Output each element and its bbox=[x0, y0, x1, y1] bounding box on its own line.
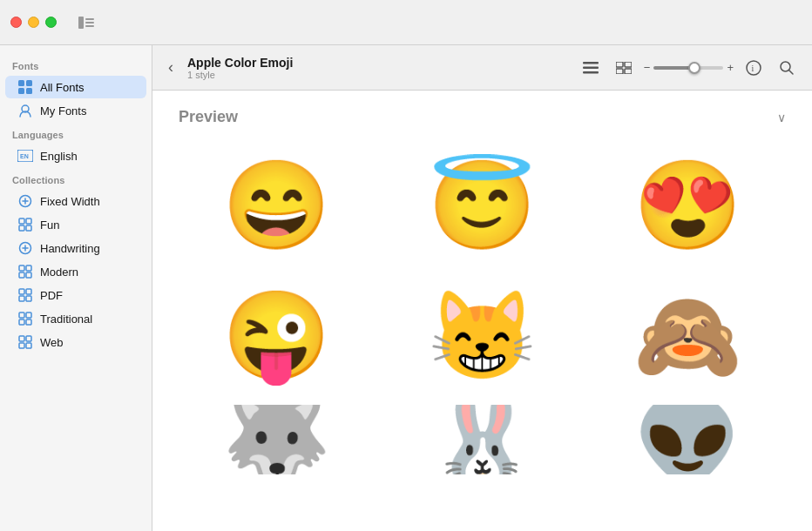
emoji-heart-eyes: 😍 bbox=[633, 161, 742, 248]
modern-label: Modern bbox=[40, 266, 78, 279]
toolbar-controls: − + i bbox=[578, 56, 800, 80]
emoji-cat: 😸 bbox=[428, 292, 537, 379]
emoji-see-no-evil: 🙈 bbox=[633, 292, 742, 379]
emoji-cell: 🐰 bbox=[384, 405, 581, 474]
sidebar-item-web[interactable]: Web bbox=[5, 331, 146, 353]
modern-icon bbox=[17, 264, 33, 279]
emoji-cell: 😜 bbox=[179, 274, 376, 396]
svg-rect-29 bbox=[19, 336, 24, 341]
sidebar: Fonts All Fonts My Fonts Langua bbox=[0, 45, 152, 531]
traditional-icon bbox=[17, 311, 33, 326]
emoji-cell: 😄 bbox=[179, 144, 376, 266]
my-fonts-label: My Fonts bbox=[40, 104, 86, 118]
sidebar-item-handwriting[interactable]: Handwriting bbox=[5, 237, 146, 259]
collections-section-label: Collections bbox=[0, 168, 152, 189]
svg-rect-13 bbox=[26, 218, 31, 224]
list-view-button[interactable] bbox=[578, 56, 604, 80]
svg-rect-25 bbox=[19, 313, 24, 318]
search-icon bbox=[779, 60, 795, 76]
sidebar-toggle-icon bbox=[78, 17, 94, 29]
svg-rect-39 bbox=[625, 69, 632, 74]
fun-icon bbox=[17, 217, 33, 232]
grid-view-button[interactable] bbox=[611, 56, 637, 80]
emoji-grinning: 😄 bbox=[222, 161, 331, 248]
size-slider[interactable] bbox=[653, 66, 723, 70]
emoji-cell: 😸 bbox=[384, 274, 581, 396]
chevron-down-icon: ∨ bbox=[777, 111, 786, 124]
svg-rect-14 bbox=[19, 225, 24, 231]
svg-text:EN: EN bbox=[20, 153, 29, 159]
pdf-label: PDF bbox=[40, 289, 63, 302]
emoji-wolf: 🐺 bbox=[222, 405, 331, 474]
english-label: English bbox=[40, 150, 78, 163]
size-slider-container: − + bbox=[644, 61, 734, 74]
svg-rect-7 bbox=[26, 88, 32, 94]
sidebar-item-traditional[interactable]: Traditional bbox=[5, 307, 146, 330]
main-container: Fonts All Fonts My Fonts Langua bbox=[0, 45, 812, 531]
sidebar-item-fixed-width[interactable]: Fixed Width bbox=[5, 190, 146, 212]
my-fonts-icon bbox=[17, 103, 33, 118]
svg-rect-6 bbox=[18, 88, 24, 94]
emoji-alien: 👽 bbox=[633, 405, 742, 474]
maximize-button[interactable] bbox=[45, 17, 57, 28]
emoji-cell: 😍 bbox=[589, 144, 786, 266]
svg-rect-19 bbox=[19, 272, 24, 278]
traffic-lights bbox=[10, 17, 57, 28]
svg-rect-15 bbox=[26, 225, 31, 231]
fixed-width-icon bbox=[17, 193, 33, 209]
grid-view-icon bbox=[616, 62, 632, 74]
pdf-icon bbox=[17, 287, 33, 303]
svg-rect-31 bbox=[19, 343, 24, 348]
emoji-grid: 😄 😇 😍 😜 😸 🙈 🐺 bbox=[179, 144, 786, 483]
svg-rect-0 bbox=[78, 17, 84, 29]
minimize-button[interactable] bbox=[28, 17, 39, 28]
handwriting-label: Handwriting bbox=[40, 242, 100, 255]
sidebar-item-my-fonts[interactable]: My Fonts bbox=[5, 99, 146, 122]
web-label: Web bbox=[40, 336, 64, 349]
svg-rect-30 bbox=[26, 336, 31, 341]
emoji-winking: 😜 bbox=[222, 292, 331, 379]
svg-rect-4 bbox=[18, 80, 24, 86]
emoji-angel: 😇 bbox=[428, 161, 537, 248]
svg-rect-3 bbox=[85, 25, 94, 27]
fixed-width-label: Fixed Width bbox=[40, 195, 100, 208]
languages-section-label: Languages bbox=[0, 123, 152, 144]
content-header: ‹ Apple Color Emoji 1 style bbox=[152, 45, 812, 91]
svg-text:i: i bbox=[752, 64, 754, 73]
preview-label: Preview bbox=[179, 108, 238, 126]
sidebar-item-all-fonts[interactable]: All Fonts bbox=[5, 76, 146, 98]
svg-rect-28 bbox=[26, 319, 31, 325]
svg-rect-2 bbox=[85, 22, 94, 24]
font-title-block: Apple Color Emoji 1 style bbox=[187, 56, 567, 80]
list-view-icon bbox=[583, 62, 599, 74]
svg-rect-20 bbox=[26, 272, 31, 278]
search-button[interactable] bbox=[774, 56, 800, 80]
sidebar-item-fun[interactable]: Fun bbox=[5, 213, 146, 236]
svg-rect-18 bbox=[26, 266, 31, 271]
fonts-section-label: Fonts bbox=[0, 54, 152, 75]
traditional-label: Traditional bbox=[40, 313, 92, 326]
svg-rect-33 bbox=[583, 62, 599, 64]
svg-rect-32 bbox=[26, 343, 31, 348]
sidebar-item-pdf[interactable]: PDF bbox=[5, 284, 146, 306]
english-icon: EN bbox=[17, 148, 33, 164]
sidebar-item-modern[interactable]: Modern bbox=[5, 260, 146, 283]
svg-rect-35 bbox=[583, 71, 599, 74]
zoom-minus-label: − bbox=[644, 61, 651, 74]
all-fonts-icon bbox=[17, 79, 33, 95]
svg-rect-5 bbox=[26, 80, 32, 86]
all-fonts-label: All Fonts bbox=[40, 81, 85, 94]
sidebar-item-english[interactable]: EN English bbox=[5, 145, 146, 167]
back-button[interactable]: ‹ bbox=[165, 55, 177, 80]
preview-section-header: Preview ∨ bbox=[179, 108, 786, 126]
preview-content: Preview ∨ 😄 😇 😍 😜 😸 bbox=[152, 91, 812, 531]
emoji-cell: 🐺 bbox=[179, 405, 376, 474]
close-button[interactable] bbox=[10, 17, 22, 28]
content-area: ‹ Apple Color Emoji 1 style bbox=[152, 45, 812, 531]
web-icon bbox=[17, 334, 33, 350]
sidebar-toggle-button[interactable] bbox=[72, 10, 100, 35]
info-button[interactable]: i bbox=[741, 56, 767, 80]
svg-rect-26 bbox=[26, 313, 31, 318]
handwriting-icon bbox=[17, 240, 33, 256]
svg-rect-38 bbox=[616, 69, 623, 74]
